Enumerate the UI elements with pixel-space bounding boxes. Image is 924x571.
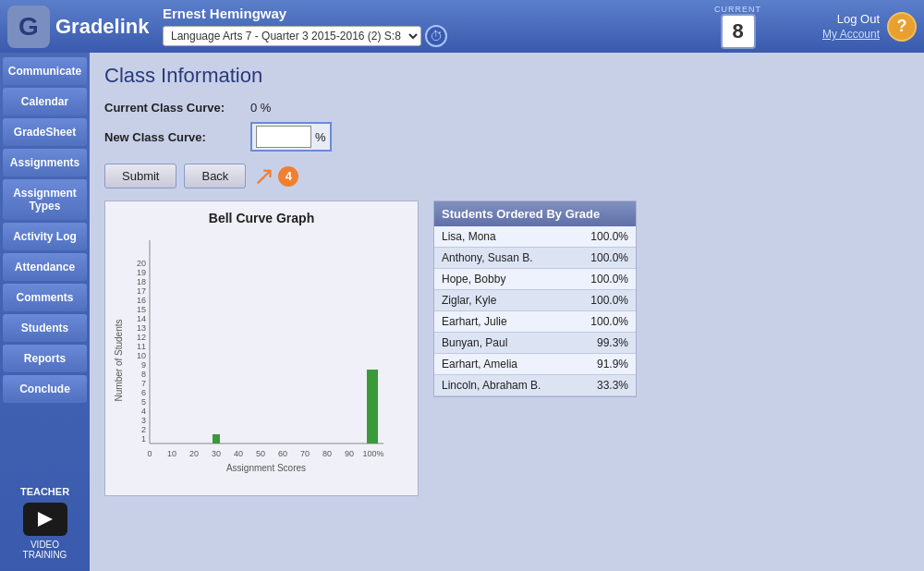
student-grade: 100.0% (572, 248, 636, 269)
student-grade: 99.3% (572, 333, 636, 354)
percent-sign: % (315, 130, 326, 144)
bar-100 (367, 370, 378, 443)
sidebar-item-attendance[interactable]: Attendance (3, 253, 87, 281)
user-name: Ernest Hemingway (163, 6, 707, 21)
svg-text:100%: 100% (362, 449, 383, 458)
svg-text:19: 19 (137, 268, 146, 277)
student-grade: 91.9% (572, 354, 636, 375)
video-training-section: TEACHER VIDEO TRAINING (0, 475, 90, 571)
svg-text:10: 10 (167, 449, 176, 458)
student-grade: 100.0% (572, 290, 636, 311)
student-name: Earhart, Amelia (434, 354, 572, 375)
student-name: Ziglar, Kyle (434, 290, 572, 311)
student-name: Lisa, Mona (434, 226, 572, 248)
svg-text:18: 18 (137, 277, 146, 286)
svg-text:5: 5 (141, 397, 146, 407)
table-row: Anthony, Susan B.100.0% (434, 248, 636, 269)
students-table-header: Students Ordered By Grade (434, 201, 636, 226)
table-row: Lincoln, Abraham B.33.3% (434, 375, 636, 396)
sidebar-item-students[interactable]: Students (3, 314, 87, 342)
svg-text:40: 40 (234, 449, 243, 458)
svg-text:50: 50 (256, 449, 265, 458)
logo-text: Gradelink (55, 15, 149, 39)
user-section: Ernest Hemingway Language Arts 7 - Quart… (163, 6, 707, 47)
sidebar-item-reports[interactable]: Reports (3, 345, 87, 372)
new-curve-label: New Class Curve: (104, 130, 243, 144)
svg-text:Number of Students: Number of Students (114, 320, 124, 402)
sidebar-item-gradesheet[interactable]: GradeSheet (3, 118, 87, 146)
sidebar-item-assignments[interactable]: Assignments (3, 149, 87, 176)
svg-text:17: 17 (137, 286, 146, 296)
student-name: Earhart, Julie (434, 311, 572, 333)
svg-text:80: 80 (322, 449, 332, 458)
table-row: Earhart, Julie100.0% (434, 311, 636, 333)
svg-text:90: 90 (345, 449, 354, 458)
chart-table-row: Bell Curve Graph Number of Students 1 2 … (104, 200, 909, 496)
sidebar-item-communicate[interactable]: Communicate (3, 57, 87, 85)
form-section: Current Class Curve: 0 % New Class Curve… (104, 101, 909, 152)
student-name: Lincoln, Abraham B. (434, 375, 572, 396)
main-content: Class Information Current Class Curve: 0… (90, 53, 924, 571)
sidebar-item-conclude[interactable]: Conclude (3, 375, 87, 403)
logo-area: G Gradelink (7, 6, 155, 48)
table-row: Ziglar, Kyle100.0% (434, 290, 636, 311)
step-badge: 4 (278, 166, 298, 187)
table-row: Lisa, Mona100.0% (434, 226, 636, 248)
svg-text:30: 30 (212, 449, 221, 458)
svg-text:60: 60 (278, 449, 287, 458)
student-grade: 100.0% (572, 269, 636, 290)
new-curve-input-box: % (250, 122, 332, 152)
new-curve-input[interactable] (256, 126, 311, 148)
table-row: Bunyan, Paul99.3% (434, 333, 636, 354)
sidebar-item-assignment-types[interactable]: Assignment Types (3, 179, 87, 220)
current-curve-value: 0 % (250, 101, 271, 115)
teacher-label: TEACHER (7, 486, 82, 497)
svg-text:8: 8 (141, 370, 146, 379)
svg-text:3: 3 (141, 416, 146, 425)
help-button[interactable]: ? (887, 12, 917, 42)
sidebar-item-comments[interactable]: Comments (3, 284, 87, 311)
svg-text:14: 14 (137, 314, 146, 323)
students-table-body: Lisa, Mona100.0%Anthony, Susan B.100.0%H… (434, 226, 636, 396)
bell-curve-title: Bell Curve Graph (111, 211, 412, 225)
logo-g-icon: G (7, 6, 50, 48)
current-curve-label: Current Class Curve: (104, 101, 243, 115)
student-name: Hope, Bobby (434, 269, 572, 290)
svg-text:7: 7 (141, 379, 146, 388)
app-header: G Gradelink Ernest Hemingway Language Ar… (0, 0, 924, 53)
current-curve-row: Current Class Curve: 0 % (104, 101, 909, 115)
back-button[interactable]: Back (184, 164, 246, 188)
student-grade: 33.3% (572, 375, 636, 396)
class-selector[interactable]: Language Arts 7 - Quarter 3 2015-2016 (2… (163, 25, 707, 47)
svg-text:2: 2 (141, 425, 146, 434)
chart-svg: Number of Students 1 2 3 4 5 6 7 8 (111, 231, 397, 480)
my-account-button[interactable]: My Account (822, 28, 880, 41)
table-row: Hope, Bobby100.0% (434, 269, 636, 290)
submit-button[interactable]: Submit (104, 164, 176, 188)
date-box: 8 (721, 14, 756, 49)
buttons-row: Submit Back ↗ 4 (104, 161, 909, 191)
student-grade: 100.0% (572, 311, 636, 333)
svg-text:12: 12 (137, 333, 146, 342)
svg-text:20: 20 (137, 259, 146, 268)
log-out-button[interactable]: Log Out (837, 12, 880, 26)
svg-text:1: 1 (141, 434, 146, 443)
video-training-label: VIDEO TRAINING (7, 540, 82, 560)
play-video-button[interactable] (23, 503, 67, 536)
main-layout: Communicate Calendar GradeSheet Assignme… (0, 53, 924, 571)
account-section: Log Out My Account (769, 12, 880, 41)
page-title: Class Information (104, 64, 909, 88)
svg-text:16: 16 (137, 296, 146, 305)
class-dropdown[interactable]: Language Arts 7 - Quarter 3 2015-2016 (2… (163, 26, 421, 46)
play-triangle-icon (38, 512, 53, 527)
student-name: Bunyan, Paul (434, 333, 572, 354)
svg-text:6: 6 (141, 388, 146, 397)
svg-text:4: 4 (141, 407, 146, 416)
current-label: CURRENT (714, 5, 761, 14)
svg-text:13: 13 (137, 323, 146, 333)
svg-text:10: 10 (137, 351, 146, 360)
sidebar-item-calendar[interactable]: Calendar (3, 88, 87, 115)
chart-area: Number of Students 1 2 3 4 5 6 7 8 (111, 231, 397, 480)
sidebar-item-activity-log[interactable]: Activity Log (3, 223, 87, 250)
sidebar: Communicate Calendar GradeSheet Assignme… (0, 53, 90, 571)
